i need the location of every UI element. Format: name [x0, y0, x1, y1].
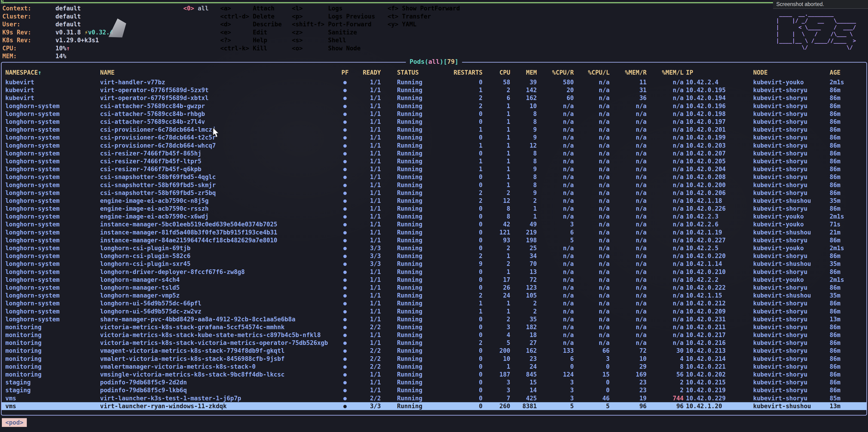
table-row[interactable]: longhorn-systemlonghorn-driver-deployer-…: [2, 268, 866, 276]
table-row[interactable]: longhorn-systemlonghorn-ui-56d9b575dc-zw…: [2, 307, 866, 315]
table-row[interactable]: kubevirtvirt-operator-6776f5689d-5zx9t●1…: [2, 86, 866, 94]
cell-restarts: 2: [445, 190, 483, 196]
table-row[interactable]: monitoringvmsingle-victoria-metrics-k8s-…: [2, 370, 866, 378]
table-row[interactable]: longhorn-systemengine-image-ei-acb7590c-…: [2, 205, 866, 212]
hotkey-item[interactable]: <y> YAML: [388, 20, 460, 28]
hotkey-label: Edit: [249, 29, 267, 36]
hotkey-all[interactable]: <0> all: [183, 4, 209, 12]
column-header-restarts[interactable]: RESTARTS: [445, 69, 483, 76]
hotkey-item[interactable]: <o> Show Node: [292, 44, 375, 53]
table-row[interactable]: stagingpodinfo-79db68f5c9-2d2dn●1/1Runni…: [2, 378, 866, 386]
column-header-pf[interactable]: PF: [338, 69, 352, 76]
table-row[interactable]: longhorn-systemcsi-resizer-7466f7b45f-lt…: [2, 157, 866, 165]
cell-namespace: longhorn-system: [5, 173, 100, 180]
table-row[interactable]: vmsvirt-launcher-k3s-test-1-master-1-j6p…: [2, 394, 866, 402]
port-forward-dot-icon: ●: [338, 260, 352, 268]
table-row[interactable]: stagingpodinfo-79db68f5c9-lkb6q●1/1Runni…: [2, 386, 866, 394]
cell-ip: 10.42.0.212: [684, 300, 752, 307]
hotkey-item[interactable]: <e> Edit: [220, 28, 282, 36]
table-row[interactable]: longhorn-systemengine-image-ei-acb7590c-…: [2, 212, 866, 221]
table-row[interactable]: monitoringvictoria-metrics-k8s-stack-vic…: [2, 339, 866, 347]
table-row[interactable]: longhorn-systemcsi-provisioner-6c78dcb66…: [2, 134, 866, 141]
table-row[interactable]: monitoringvmagent-victoria-metrics-k8s-s…: [2, 347, 866, 355]
column-header-cpur[interactable]: %CPU/R: [537, 69, 574, 76]
table-row[interactable]: longhorn-systemcsi-snapshotter-58bf69fbd…: [2, 173, 866, 181]
column-header-cpu[interactable]: CPU: [483, 69, 510, 76]
column-header-node[interactable]: NODE: [752, 69, 829, 76]
cell-name: csi-snapshotter-58bf69fbd5-zr5bq: [100, 190, 338, 196]
cell-cpul: n/a: [574, 166, 610, 173]
table-row[interactable]: longhorn-systemcsi-snapshotter-58bf69fbd…: [2, 189, 866, 197]
hotkey-item[interactable]: <ctrl-d> Delete: [220, 12, 282, 21]
cell-name: victoria-metrics-k8s-stack-grafana-5ccf5…: [100, 324, 338, 331]
column-header-ip[interactable]: IP: [684, 69, 752, 76]
hotkey-item[interactable]: <d> Describe: [220, 20, 282, 28]
column-header-memr[interactable]: %MEM/R: [610, 69, 647, 76]
column-header-age[interactable]: AGE: [829, 69, 866, 76]
cell-cpul: n/a: [574, 229, 610, 236]
column-header-status[interactable]: STATUS: [381, 69, 445, 76]
table-row[interactable]: longhorn-systemshare-manager-pvc-4bbd842…: [2, 315, 866, 323]
table-row[interactable]: longhorn-systemcsi-provisioner-6c78dcb66…: [2, 142, 866, 149]
column-header-ready[interactable]: READY: [352, 69, 381, 76]
hotkey-item[interactable]: <t> Transfer: [388, 12, 460, 21]
table-row[interactable]: longhorn-systemengine-image-ei-acb7590c-…: [2, 197, 866, 205]
table-row[interactable]: longhorn-systeminstance-manager-84ae2159…: [2, 236, 866, 244]
table-row[interactable]: longhorn-systemcsi-provisioner-6c78dcb66…: [2, 126, 866, 134]
hotkey-item[interactable]: <a> Attach: [220, 4, 282, 12]
cell-ready: 1/1: [352, 379, 381, 386]
cell-restarts: 0: [445, 332, 483, 338]
table-row[interactable]: monitoringvictoria-metrics-k8s-stack-kub…: [2, 331, 866, 339]
cell-node: kubevirt-shushou: [752, 403, 829, 409]
table-row[interactable]: longhorn-systemcsi-attacher-57689cc84b-z…: [2, 118, 866, 126]
hotkey-item[interactable]: <p> Logs Previous: [292, 12, 375, 21]
table-row[interactable]: longhorn-systemcsi-snapshotter-58bf69fbd…: [2, 181, 866, 189]
table-row[interactable]: longhorn-systemlonghorn-manager-s4ch4●1/…: [2, 276, 866, 284]
table-row[interactable]: longhorn-systemcsi-attacher-57689cc84b-r…: [2, 110, 866, 118]
cell-mem: 845: [510, 371, 537, 378]
cell-meml: n/a: [647, 150, 684, 157]
table-row[interactable]: longhorn-systemlonghorn-csi-plugin-582c6…: [2, 252, 866, 260]
cell-cpur: n/a: [537, 150, 574, 157]
column-header-meml[interactable]: %MEM/L: [647, 69, 684, 76]
table-row[interactable]: longhorn-systemlonghorn-csi-plugin-69tjb…: [2, 244, 866, 252]
column-header-namespace[interactable]: NAMESPACE↑: [5, 69, 100, 76]
cell-cpul: n/a: [574, 316, 610, 323]
cell-cpu: 4: [483, 332, 510, 338]
cell-ready: 1/1: [352, 316, 381, 323]
hotkey-item[interactable]: <shift-f> Port-Forward: [292, 20, 375, 28]
hotkey-item[interactable]: <z> Sanitize: [292, 28, 375, 36]
resource-crumb[interactable]: <pod>: [2, 418, 27, 427]
table-row[interactable]: longhorn-systemcsi-attacher-57689cc84b-g…: [2, 102, 866, 110]
cell-cpul: n/a: [574, 118, 610, 125]
column-header-cpul[interactable]: %CPU/L: [574, 69, 610, 76]
hotkey-item[interactable]: <f> Show PortForward: [388, 4, 460, 12]
table-row[interactable]: longhorn-systemlonghorn-ui-56d9b575dc-66…: [2, 299, 866, 307]
hotkey-item[interactable]: <?> Help: [220, 36, 282, 44]
cell-age: 86m: [829, 134, 866, 141]
table-row[interactable]: longhorn-systemcsi-resizer-7466f7b45f-q6…: [2, 165, 866, 173]
table-row[interactable]: longhorn-systeminstance-manager-5bc01eeb…: [2, 221, 866, 228]
cell-meml: 744: [647, 395, 684, 402]
port-forward-dot-icon: ●: [338, 339, 352, 347]
table-row[interactable]: longhorn-systemlonghorn-csi-plugin-sxr45…: [2, 260, 866, 268]
table-row[interactable]: monitoringvmalertmanager-victoria-metric…: [2, 363, 866, 370]
table-row[interactable]: monitoringvmalert-victoria-metrics-k8s-s…: [2, 355, 866, 363]
table-row[interactable]: kubevirtvirt-operator-6776f5689d-xbtxl●1…: [2, 94, 866, 102]
cell-age: 86m: [829, 110, 866, 118]
cell-node: kubevirt-youko: [752, 245, 829, 252]
table-row[interactable]: kubevirtvirt-handler-v77bz●1/1Running058…: [2, 78, 866, 86]
hotkey-item[interactable]: <ctrl-k> Kill: [220, 44, 282, 53]
cell-cpur: 3: [537, 387, 574, 394]
column-header-mem[interactable]: MEM: [510, 69, 537, 76]
table-row[interactable]: longhorn-systemlonghorn-manager-vmp5z●1/…: [2, 292, 866, 299]
table-row[interactable]: vmsvirt-launcher-ryan-windows-11-zkdqk●3…: [2, 402, 866, 410]
table-row[interactable]: longhorn-systemlonghorn-manager-tsld5●1/…: [2, 284, 866, 292]
table-row[interactable]: longhorn-systemcsi-resizer-7466f7b45f-86…: [2, 149, 866, 157]
table-row[interactable]: monitoringvictoria-metrics-k8s-stack-gra…: [2, 323, 866, 331]
cell-namespace: longhorn-system: [5, 260, 100, 267]
hotkey-item[interactable]: <l> Logs: [292, 4, 375, 12]
table-row[interactable]: longhorn-systeminstance-manager-81fd5a40…: [2, 229, 866, 236]
column-header-name[interactable]: NAME: [100, 69, 338, 76]
hotkey-item[interactable]: <s> Shell: [292, 36, 375, 44]
